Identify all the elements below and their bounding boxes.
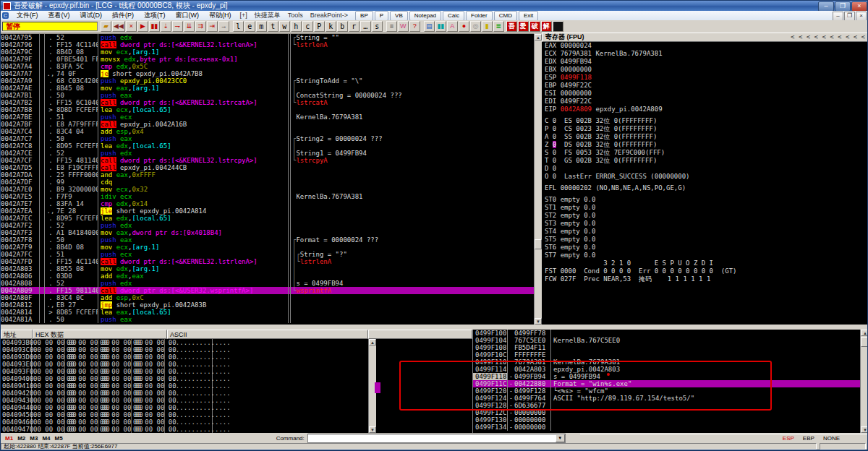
menu-button-bp[interactable]: BP <box>355 11 373 21</box>
menu-button-p[interactable]: P <box>375 11 388 21</box>
disasm-row[interactable]: 0042A7E7.83FA 14cmp edx,0x14 <box>1 200 534 207</box>
menu-item-7[interactable]: 帮助(H) <box>204 11 237 20</box>
menu-button-vb[interactable]: VB <box>390 11 408 21</box>
dump-row[interactable]: 0040942000 00 00 0000 00 00 0000 00 00 0… <box>1 390 472 397</box>
chevron-down-icon[interactable]: ▼ <box>556 434 565 442</box>
pane-splitter[interactable] <box>1 325 868 330</box>
stack-row[interactable]: 0499F118-0499FB94s = 0499FB94 <box>473 373 860 380</box>
window-button-h[interactable]: h <box>291 21 302 32</box>
stack-row[interactable]: 0499F104767C5EE0KernelBa.767C5EE0 <box>473 337 860 344</box>
disasm-row[interactable]: 0042A7C4.83C4 04add esp,0x4 <box>1 128 534 135</box>
disassembly-pane[interactable]: 0042A795.52push edx┌String = ""0042A796.… <box>1 33 534 325</box>
black-square-icon[interactable] <box>553 21 563 32</box>
trace-over-icon[interactable]: ⇉ <box>195 21 206 32</box>
help-icon[interactable]: ? <box>409 21 420 32</box>
stack-row[interactable]: 0499F12C-00000000 <box>473 409 860 416</box>
command-input[interactable]: ▼ <box>307 434 566 443</box>
stack-row[interactable]: 0499F11C-00422880Format = "win%s.exe" <box>473 380 860 387</box>
dump-row[interactable]: 0040944000 00 00 0000 00 00 0000 00 00 0… <box>1 404 472 411</box>
disasm-row[interactable]: 0042A79F.0FBE5401 FFmovsx edx,byte ptr d… <box>1 56 534 63</box>
disasm-row[interactable]: 0042A7B8>8D8D FCFEFFFFlea ecx,[local.65] <box>1 106 534 113</box>
memory-tab-m2[interactable]: M2 <box>17 435 25 442</box>
disasm-row[interactable]: 0042A7AE.8B45 08mov eax,[arg.1]│ <box>1 85 534 92</box>
till-user-icon[interactable]: → <box>218 21 229 32</box>
disasm-row[interactable]: 0042A7EA.,7E 28jle short epxdy_pi.0042A8… <box>1 207 534 215</box>
memory-tab-m5[interactable]: M5 <box>55 435 63 442</box>
menu-item-5[interactable]: 选项(T) <box>139 11 171 20</box>
disasm-row[interactable]: 0042A7A9.68 C03C4200push epxdy_pi.00423C… <box>1 77 534 85</box>
disasm-row[interactable]: 0042A7D5.E8 F19CFFFFcall epxdy_pi.004244… <box>1 164 534 171</box>
title-bar[interactable]: 吾爱破解 - epxdy.pif.bin - [LCG - t线程 00000B… <box>1 1 868 11</box>
indicator-none[interactable]: NONE <box>823 435 840 442</box>
stack-row[interactable]: 0499F108FB5D4F11 <box>473 344 860 351</box>
stack-row[interactable]: 0499F128-6D636677 <box>473 402 860 409</box>
register-line[interactable]: 3 2 1 0 E S P U O Z D I <box>542 259 868 267</box>
scroll-up-icon[interactable]: ▲ <box>535 34 542 40</box>
dump-row[interactable]: 0040947000 00 00 0000 00 00 0000 00 00 0… <box>1 426 472 433</box>
window-button-s[interactable]: s <box>372 21 383 32</box>
disasm-row[interactable]: 0042A7B2.FF15 6C104000call dword ptr ds:… <box>1 99 534 106</box>
disasm-row[interactable]: 0042A7BE.51push ecx KernelBa.7679A381 <box>1 113 534 121</box>
cpu-window-icon[interactable]: C <box>2 12 9 19</box>
disasm-row[interactable]: 0042A7F3.A1 B4184000mov eax,dword ptr ds… <box>1 229 534 236</box>
register-line[interactable]: Z 0 DS 002B 32位 0(FFFFFFFF) <box>542 141 868 149</box>
dump-header-address[interactable]: 地址 <box>1 330 33 339</box>
disasm-row[interactable]: 0042A80F.83C4 0Cadd esp,0xC <box>1 294 534 301</box>
plugin-blue-icon[interactable]: ▤ <box>424 21 435 32</box>
register-line[interactable]: EAX 00000024 <box>542 42 868 50</box>
disasm-row[interactable]: 0042A81A.50push eax <box>1 316 534 323</box>
52pojie-button-4[interactable]: 解 <box>541 21 552 32</box>
register-line[interactable]: A 0 SS 002B 32位 0(FFFFFFFF) <box>542 133 868 141</box>
disasm-row[interactable]: 0042A7F9.8B4D 08mov ecx,[arg.1]│ <box>1 244 534 251</box>
stack-row[interactable]: 0499F134-00000000 <box>473 424 860 431</box>
plugin-green-icon[interactable]: ≣ <box>493 21 504 32</box>
disasm-row[interactable]: 0042A7BF.E8 A7F9FFFFcall epxdy_pi.0042A1… <box>1 121 534 128</box>
scroll-up-icon[interactable]: ▲ <box>861 330 868 336</box>
register-line[interactable]: FCW 027F Prec NEAR,53 掩码 1 1 1 1 1 1 <box>542 275 868 283</box>
menu-item-6[interactable]: 窗口(W) <box>171 11 205 20</box>
52pojie-button-1[interactable]: 吾 <box>506 21 517 32</box>
stack-row[interactable]: 0499F130-00000000 <box>473 416 860 424</box>
disasm-row[interactable]: 0042A7E5.F7F9idiv ecx KernelBa.7679A381 <box>1 193 534 200</box>
dump-row[interactable]: 004093B000 00 00 0000 00 00 0000 00 00 0… <box>1 339 472 346</box>
menu-button-notepad[interactable]: Notepad <box>409 11 441 21</box>
dump-row[interactable]: 004093F000 00 00 0000 00 00 0000 00 00 0… <box>1 368 472 375</box>
registers-pane[interactable]: EAX 00000024ECX 7679A381 KernelBa.7679A3… <box>542 42 868 325</box>
menu-item-11[interactable]: BreakPoint-> <box>307 11 352 20</box>
disasm-row[interactable]: 0042A7DF.99cdq <box>1 179 534 186</box>
close-program-icon[interactable]: × <box>126 21 137 32</box>
close-button[interactable]: × <box>851 1 867 12</box>
disasm-row[interactable]: 0042A803.8B55 08mov edx,[arg.1]│ <box>1 265 534 272</box>
step-over-icon[interactable]: ⇁ <box>172 21 183 32</box>
52pojie-button-3[interactable]: 破 <box>529 21 540 32</box>
disasm-row[interactable]: 0042A7EC.8D95 FCFEFFFFlea edx,[local.65] <box>1 215 534 222</box>
register-line[interactable]: ECX 7679A381 KernelBa.7679A381 <box>542 50 868 58</box>
register-line[interactable]: T 0 GS 002B 32位 0(FFFFFFFF) <box>542 157 868 165</box>
disasm-row[interactable]: 0042A808.52push edx│s = 0499FB94 <box>1 280 534 287</box>
indicator-esp[interactable]: ESP <box>783 435 794 442</box>
disasm-row[interactable]: 0042A7F8.50push eax┌Format = 00000024 ??… <box>1 236 534 244</box>
disasm-row[interactable]: 0042A796.FF15 4C114000call dword ptr ds:… <box>1 41 534 48</box>
52pojie-button-2[interactable]: 爱 <box>518 21 529 32</box>
menu-item-4[interactable]: 插件(P) <box>107 11 139 20</box>
disasm-row[interactable]: 0042A814>8D85 FCFEFFFFlea eax,[local.65] <box>1 309 534 316</box>
window-button-r[interactable]: r <box>349 21 359 32</box>
stack-row[interactable]: 0499F1140042A803epxdy_pi.0042A803 <box>473 366 860 373</box>
disasm-row[interactable]: 0042A7A7.,74 0Fje short epxdy_pi.0042A7B… <box>1 70 534 77</box>
disasm-row[interactable]: 0042A7FC.51push ecx│┌String = "?" <box>1 251 534 258</box>
disasm-row[interactable]: 0042A7FD.FF15 4C114000call dword ptr ds:… <box>1 258 534 265</box>
scroll-down-icon[interactable]: ▼ <box>861 426 868 433</box>
window-button-P[interactable]: P <box>314 21 325 32</box>
dump-row[interactable]: 0040945000 00 00 0000 00 00 0000 00 00 0… <box>1 411 472 418</box>
scroll-up-icon[interactable]: ▲ <box>369 339 376 345</box>
register-line[interactable]: ST3 empty 0.0 <box>542 220 868 228</box>
window-button-e[interactable]: e <box>244 21 255 32</box>
disasm-row[interactable]: 0042A809.FF15 98114000call dword ptr ds:… <box>1 287 534 294</box>
run-icon[interactable]: ▶ <box>137 21 148 32</box>
menu-button-folder[interactable]: Folder <box>466 11 493 21</box>
register-line[interactable]: ESP 0499F118 <box>542 74 868 82</box>
register-line[interactable]: S 0 FS 0053 32位 7EF9C000(FFF) <box>542 149 868 157</box>
stack-row[interactable]: 0499F1107679A381KernelBa.7679A381 <box>473 358 860 366</box>
register-line[interactable]: FST 0000 Cond 0 0 0 0 Err 0 0 0 0 0 0 0 … <box>542 267 868 275</box>
window-button-t[interactable]: t <box>268 21 278 32</box>
